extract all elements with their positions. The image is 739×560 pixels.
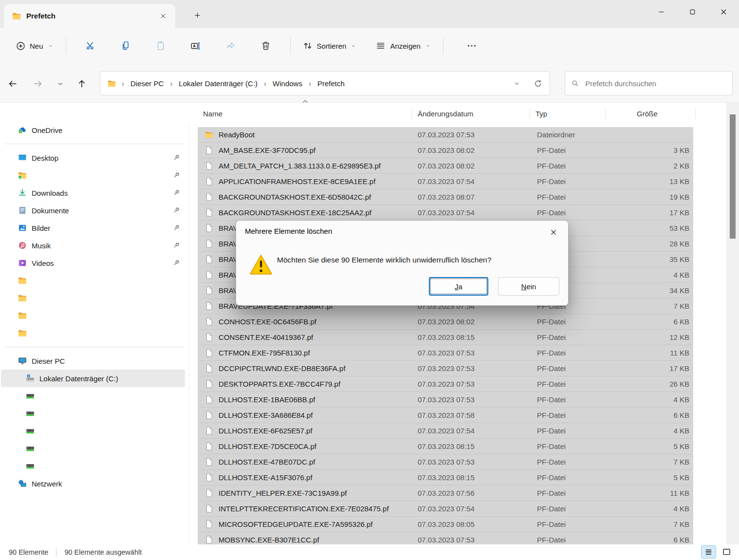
column-divider[interactable]	[530, 108, 530, 119]
table-row[interactable]: DLLHOST.EXE-7D5CE0CA.pf 07.03.2023 08:15…	[198, 439, 693, 454]
breadcrumb-item[interactable]: › Dieser PC	[116, 78, 165, 89]
column-header-name[interactable]: Name	[203, 103, 222, 124]
table-row[interactable]: MOBSYNC.EXE-B307E1CC.pf 07.03.2023 07:53…	[198, 532, 693, 544]
address-bar[interactable]: › Dieser PC › Lokaler Datenträger (C:) ›…	[100, 71, 550, 95]
sidebar-item[interactable]	[1, 289, 185, 307]
pane-divider	[189, 103, 189, 544]
breadcrumb-item[interactable]: › Prefetch	[303, 78, 346, 89]
forward-button[interactable]	[29, 75, 47, 92]
paste-button[interactable]	[149, 36, 172, 56]
recent-locations-button[interactable]	[52, 75, 69, 92]
breadcrumb-item[interactable]: › Windows	[259, 78, 303, 89]
maximize-button[interactable]	[677, 0, 708, 23]
sidebar-item[interactable]: Desktop	[1, 149, 185, 167]
dialog-close-button[interactable]	[547, 225, 560, 239]
breadcrumb-label: Lokaler Datenträger (C:)	[178, 78, 259, 89]
table-row[interactable]: DCCPIPCTRLWND.EXE-DB8E36FA.pf 07.03.2023…	[198, 361, 693, 376]
yes-button[interactable]: Ja	[429, 277, 488, 296]
toolbar-separator	[443, 37, 443, 54]
table-row[interactable]: DLLHOST.EXE-A15F3076.pf 07.03.2023 08:15…	[198, 470, 693, 485]
sidebar-item-icon	[25, 409, 35, 418]
column-divider[interactable]	[695, 108, 696, 119]
table-row[interactable]: CTFMON.EXE-795F8130.pf 07.03.2023 07:53 …	[198, 345, 693, 361]
new-tab-button[interactable]	[189, 7, 205, 23]
file-size: 4 KB	[606, 504, 693, 513]
sidebar-item[interactable]	[1, 422, 185, 440]
column-divider[interactable]	[605, 108, 606, 119]
file-name: IDENTITY_HELPER.EXE-73C19A99.pf	[219, 489, 347, 497]
yes-button-label: Ja	[455, 282, 462, 291]
address-dropdown-button[interactable]	[508, 75, 525, 92]
table-row[interactable]: DESKTOPPARTS.EXE-7BCC4F79.pf 07.03.2023 …	[198, 376, 693, 392]
table-row[interactable]: AM_BASE.EXE-3F70DC95.pf 07.03.2023 08:02…	[198, 143, 693, 158]
rename-button[interactable]	[184, 36, 207, 56]
search-input[interactable]	[585, 79, 726, 88]
table-row[interactable]: BACKGROUNDTASKHOST.EXE-6D58042C.pf 07.03…	[198, 189, 693, 205]
column-header-date[interactable]: Änderungsdatum	[418, 103, 473, 124]
table-row[interactable]: APPLICATIONFRAMEHOST.EXE-8CE9A1EE.pf 07.…	[198, 174, 693, 189]
table-row[interactable]: AM_DELTA_PATCH_1.383.1133.0.E-629895E3.p…	[198, 158, 693, 174]
sidebar-item[interactable]	[1, 387, 185, 405]
sidebar-item[interactable]	[1, 324, 185, 342]
sidebar-item[interactable]	[1, 440, 185, 457]
table-row[interactable]: CONSENT.EXE-40419367.pf 07.03.2023 08:15…	[198, 330, 693, 345]
table-row[interactable]: BACKGROUNDTASKHOST.EXE-18C25AA2.pf 07.03…	[198, 205, 693, 221]
no-button[interactable]: Nein	[498, 277, 559, 296]
trash-icon	[260, 40, 271, 51]
scrollbar-thumb[interactable]	[730, 114, 736, 239]
table-row[interactable]: ReadyBoot 07.03.2023 07:53 Dateiordner	[198, 127, 693, 143]
up-button[interactable]	[73, 75, 91, 92]
details-view-button[interactable]	[701, 545, 716, 559]
sidebar-item[interactable]: Musik	[1, 237, 185, 254]
sidebar-item[interactable]	[1, 307, 185, 324]
table-row[interactable]: MICROSOFTEDGEUPDATE.EXE-7A595326.pf 07.0…	[198, 517, 693, 532]
close-window-button[interactable]	[708, 0, 739, 23]
sidebar-item-icon	[18, 479, 27, 488]
file-icon	[204, 239, 214, 248]
sidebar-item[interactable]: Dokumente	[1, 202, 185, 219]
table-row[interactable]: INTELPTTEKRECERTIFICATION.EXE-7E028475.p…	[198, 501, 693, 517]
sidebar-item[interactable]	[1, 167, 185, 184]
breadcrumb-item[interactable]: › Lokaler Datenträger (C:)	[165, 78, 259, 89]
copy-button[interactable]	[114, 36, 137, 56]
sidebar-item[interactable]: Bilder	[1, 219, 185, 237]
new-button[interactable]: Neu	[11, 37, 59, 55]
view-button[interactable]: Anzeigen	[370, 37, 436, 55]
sidebar-item-icon	[18, 205, 27, 215]
table-row[interactable]: CONHOST.EXE-0C6456FB.pf 07.03.2023 08:02…	[198, 314, 693, 330]
file-size: 5 KB	[606, 473, 693, 482]
explorer-tab[interactable]: Prefetch	[4, 4, 175, 28]
tab-strip: Prefetch	[0, 0, 739, 28]
more-options-button[interactable]	[460, 36, 483, 56]
tab-close-button[interactable]	[157, 10, 169, 22]
table-row[interactable]: IDENTITY_HELPER.EXE-73C19A99.pf 07.03.20…	[198, 485, 693, 501]
file-name: DLLHOST.EXE-3A686E84.pf	[219, 411, 313, 419]
sidebar-item-icon	[25, 373, 35, 383]
sidebar-item[interactable]	[1, 272, 185, 289]
vertical-scrollbar[interactable]	[726, 103, 739, 544]
delete-button[interactable]	[254, 36, 277, 56]
sort-arrows-icon	[302, 40, 313, 51]
sidebar-item[interactable]: Lokaler Datenträger (C:)	[1, 370, 185, 387]
column-header-type[interactable]: Typ	[536, 103, 547, 124]
sidebar-item[interactable]: Videos	[1, 254, 185, 272]
table-row[interactable]: DLLHOST.EXE-6F625E57.pf 07.03.2023 07:54…	[198, 423, 693, 439]
thumbnail-view-button[interactable]	[719, 545, 734, 559]
cut-button[interactable]	[79, 36, 102, 56]
thumbnail-view-icon	[721, 547, 732, 557]
sidebar-item[interactable]: Downloads	[1, 184, 185, 202]
sidebar-item[interactable]	[1, 405, 185, 422]
minimize-button[interactable]	[646, 0, 677, 23]
sidebar-item[interactable]	[1, 457, 185, 475]
column-divider[interactable]	[411, 108, 412, 119]
sort-button[interactable]: Sortieren	[297, 37, 362, 55]
sidebar-item[interactable]: Dieser PC	[1, 352, 185, 370]
back-button[interactable]	[4, 75, 21, 92]
column-header-size[interactable]: Größe	[637, 103, 658, 124]
sidebar-item[interactable]: Netzwerk	[1, 475, 185, 492]
table-row[interactable]: DLLHOST.EXE-3A686E84.pf 07.03.2023 07:58…	[198, 408, 693, 423]
refresh-button[interactable]	[529, 75, 547, 92]
table-row[interactable]: DLLHOST.EXE-47BE07DC.pf 07.03.2023 07:53…	[198, 454, 693, 470]
share-button[interactable]	[219, 36, 242, 56]
table-row[interactable]: DLLHOST.EXE-1BAE06BB.pf 07.03.2023 07:53…	[198, 392, 693, 408]
